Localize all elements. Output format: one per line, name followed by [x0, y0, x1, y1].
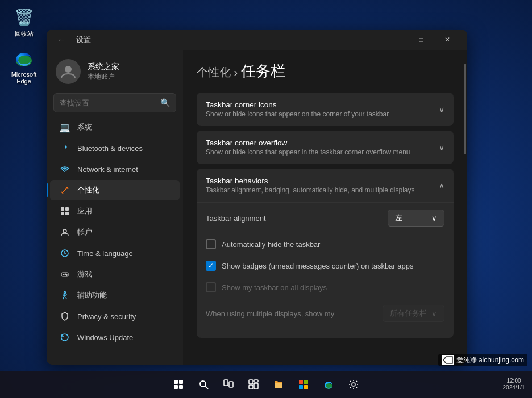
show-badges-checkbox[interactable]: ✓ [206, 261, 216, 271]
edge-icon[interactable]: Microsoft Edge [6, 47, 42, 85]
sidebar-item-privacy-label: Privacy & security [77, 312, 136, 321]
sidebar-item-gaming[interactable]: 游戏 [50, 264, 180, 284]
auto-hide-label: Automatically hide the taskbar [222, 240, 320, 249]
sidebar-item-time[interactable]: Time & language [50, 243, 180, 263]
settings-window: ← 设置 ─ □ ✕ [47, 30, 467, 365]
taskbar-file-explorer[interactable] [267, 373, 290, 396]
sidebar-item-apps[interactable]: 应用 [50, 201, 180, 221]
minimize-button[interactable]: ─ [382, 30, 408, 50]
svg-point-1 [65, 66, 72, 73]
sidebar-item-accessibility[interactable]: 辅助功能 [50, 285, 180, 305]
sidebar-item-accounts[interactable]: 帐户 [50, 222, 180, 242]
user-profile[interactable]: 系统之家 本地账户 [47, 50, 183, 91]
sidebar-item-system-label: 系统 [77, 122, 92, 132]
back-button[interactable]: ← [53, 32, 69, 48]
svg-rect-5 [65, 212, 69, 215]
show-badges-row: ✓ Show badges (unread messages counter) … [206, 255, 444, 276]
taskbar-behaviors-chevron: ∧ [439, 181, 444, 190]
taskbar-alignment-label: Taskbar alignment [206, 214, 266, 223]
taskbar-corner-icons-chevron: ∨ [439, 105, 444, 114]
user-subtitle: 本地账户 [88, 72, 119, 82]
accessibility-icon [59, 290, 70, 301]
sidebar-item-network[interactable]: Network & internet [50, 159, 180, 179]
search-input[interactable] [60, 99, 160, 107]
taskbar-clock[interactable]: 12:00 2024/1/1 [502, 373, 525, 396]
sidebar-item-update[interactable]: Windows Update [50, 327, 180, 347]
taskbar-right: 12:00 2024/1/1 [502, 373, 525, 396]
taskbar: 12:00 2024/1/1 [0, 371, 532, 398]
recycle-bin-icon[interactable]: 🗑️ 回收站 [6, 6, 42, 38]
page-title: 个性化 › 任务栏 [197, 61, 454, 81]
taskbar-corner-overflow-header[interactable]: Taskbar corner overflow Show or hide ico… [197, 131, 454, 164]
taskbar-store[interactable] [292, 373, 315, 396]
sidebar-item-apps-label: 应用 [77, 206, 92, 216]
recycle-bin-image: 🗑️ [13, 6, 35, 28]
bluetooth-icon [59, 143, 70, 154]
taskbar-alignment-dropdown[interactable]: 左 ∨ [388, 210, 444, 227]
svg-rect-31 [304, 380, 308, 384]
search-box[interactable]: 🔍 [53, 93, 176, 112]
nav-item-wrapper-time: Time & language [47, 243, 183, 263]
edge-image [13, 47, 35, 70]
svg-rect-2 [61, 207, 64, 211]
svg-rect-18 [179, 380, 183, 384]
sidebar-item-personalization[interactable]: 个性化 [50, 180, 180, 200]
sidebar-item-personalization-label: 个性化 [77, 185, 99, 195]
svg-rect-17 [174, 380, 178, 384]
svg-rect-24 [229, 382, 233, 387]
apps-icon [59, 206, 70, 217]
auto-hide-checkbox[interactable] [206, 239, 216, 249]
watermark: 爱纯净 aichunjing.com [438, 354, 527, 366]
taskbar-settings[interactable] [342, 373, 365, 396]
personalization-icon [59, 185, 70, 196]
svg-rect-27 [249, 385, 253, 389]
sidebar-item-gaming-label: 游戏 [77, 269, 92, 279]
multiple-displays-chevron: ∨ [431, 309, 437, 318]
sidebar-item-accessibility-label: 辅助功能 [77, 290, 107, 300]
taskbar-alignment-value: 左 [395, 213, 402, 223]
svg-point-21 [200, 381, 206, 387]
taskbar-behaviors-subtitle: Taskbar alignment, badging, automaticall… [206, 186, 415, 194]
update-icon [59, 332, 70, 343]
sidebar-item-privacy[interactable]: Privacy & security [50, 306, 180, 326]
recycle-bin-label: 回收站 [15, 30, 34, 38]
nav-item-wrapper-network: Network & internet [47, 159, 183, 179]
title-bar: ← 设置 ─ □ ✕ [47, 30, 467, 50]
avatar [56, 59, 81, 84]
search-icon[interactable]: 🔍 [160, 98, 170, 107]
taskbar-search[interactable] [192, 373, 215, 396]
window-title: 设置 [76, 35, 91, 45]
section-info: Taskbar corner icons Show or hide icons … [206, 100, 389, 118]
taskbar-corner-icons-header[interactable]: Taskbar corner icons Show or hide icons … [197, 93, 454, 126]
taskbar-behaviors-header[interactable]: Taskbar behaviors Taskbar alignment, bad… [197, 169, 454, 202]
desktop: 🗑️ 回收站 Microsoft Edge [0, 0, 532, 398]
maximize-button[interactable]: □ [408, 30, 434, 50]
sidebar-item-network-label: Network & internet [77, 165, 138, 174]
taskbar-items [167, 373, 365, 396]
svg-rect-29 [275, 383, 282, 388]
sidebar-item-system[interactable]: 💻 系统 [50, 117, 180, 137]
section-info-3: Taskbar behaviors Taskbar alignment, bad… [206, 177, 415, 194]
nav-item-wrapper-bluetooth: Bluetooth & devices [47, 138, 183, 158]
taskbar-widgets[interactable] [242, 373, 265, 396]
sidebar: 系统之家 本地账户 🔍 💻 系统 [47, 50, 183, 365]
taskbar-start[interactable] [167, 373, 190, 396]
title-bar-controls: ← 设置 [53, 32, 382, 48]
taskbar-corner-overflow-section: Taskbar corner overflow Show or hide ico… [197, 131, 454, 164]
main-panel: 个性化 › 任务栏 Taskbar corner icons Show or h… [183, 50, 467, 365]
taskbar-taskview[interactable] [217, 373, 240, 396]
close-button[interactable]: ✕ [434, 30, 460, 50]
nav-item-wrapper-system: 💻 系统 [47, 117, 183, 137]
nav-item-wrapper-gaming: 游戏 [47, 264, 183, 284]
taskbar-behaviors-section: Taskbar behaviors Taskbar alignment, bad… [197, 169, 454, 338]
taskbar-alignment-row: Taskbar alignment 左 ∨ [206, 203, 444, 233]
svg-line-16 [443, 360, 446, 363]
sidebar-item-bluetooth-label: Bluetooth & devices [77, 144, 143, 153]
sidebar-item-bluetooth[interactable]: Bluetooth & devices [50, 138, 180, 158]
nav-item-wrapper-accounts: 帐户 [47, 222, 183, 242]
taskbar-corner-icons-section: Taskbar corner icons Show or hide icons … [197, 93, 454, 126]
show-all-displays-row: Show my taskbar on all displays [206, 276, 444, 298]
svg-point-35 [352, 383, 355, 386]
watermark-logo [442, 355, 454, 365]
taskbar-edge[interactable] [317, 373, 340, 396]
